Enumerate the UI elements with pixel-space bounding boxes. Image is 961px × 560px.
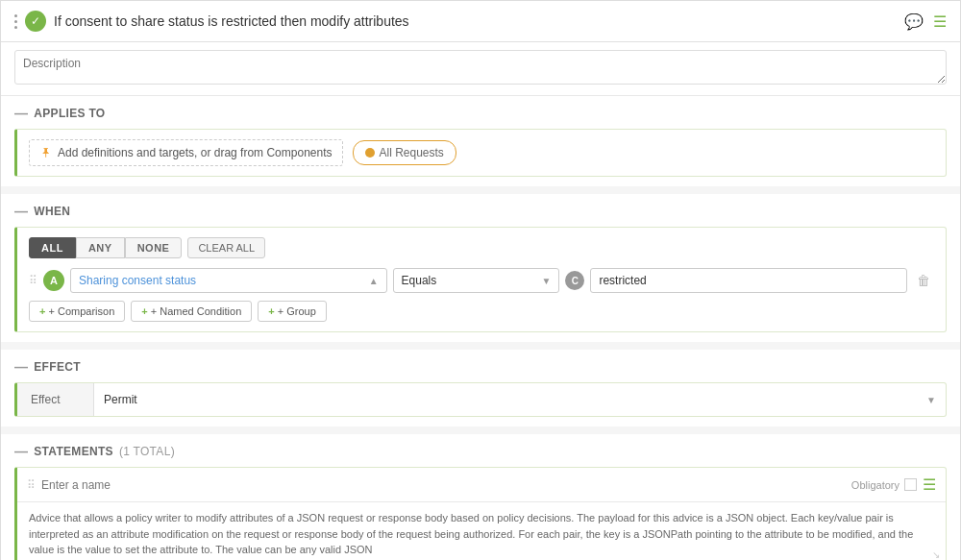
applies-to-box: 🖈 Add definitions and targets, or drag f… [14,129,947,177]
add-group-button[interactable]: + + Group [258,301,327,322]
statements-box: ⠿ Obligatory ☰ Advice that allows a poli… [14,467,947,560]
effect-value-dropdown[interactable]: Permit ▼ [94,385,946,414]
plus-icon: + [39,305,45,317]
condition-row: ⠿ A Sharing consent status ▲ Equals ▼ C … [29,268,934,293]
menu-icon[interactable]: ☰ [933,12,947,31]
add-named-condition-button[interactable]: + + Named Condition [131,301,252,322]
obligatory-control: Obligatory [851,478,917,491]
statement-menu-icon[interactable]: ☰ [923,475,936,494]
statement-drag-handle[interactable]: ⠿ [27,478,36,492]
collapse-effect[interactable]: — [14,359,28,375]
field-chevron: ▲ [369,276,379,286]
effect-label: Effect [17,383,94,416]
effect-row: Effect Permit ▼ [17,383,946,416]
drag-handle[interactable] [14,14,17,29]
collapse-statements[interactable]: — [14,444,28,459]
dot-icon [365,148,375,158]
description-area [1,42,960,96]
condition-drag-handle[interactable]: ⠿ [29,274,37,287]
when-logic-buttons: ALL ANY NONE CLEAR ALL [29,237,934,258]
obligatory-checkbox[interactable] [904,478,917,491]
any-button[interactable]: ANY [76,237,125,258]
header: ✓ If consent to share status is restrict… [1,1,960,42]
all-requests-button[interactable]: All Requests [353,140,456,165]
condition-value-letter: C [565,271,584,290]
resize-handle[interactable]: ↘ [932,548,940,561]
effect-box: Effect Permit ▼ [14,382,947,417]
page-title: If consent to share status is restricted… [54,13,897,29]
clear-all-button[interactable]: CLEAR ALL [187,237,265,258]
when-section: — When ALL ANY NONE CLEAR ALL ⠿ A Sharin… [1,194,960,342]
collapse-applies-to[interactable]: — [14,106,28,121]
effect-header: — Effect [14,359,947,375]
effect-chevron: ▼ [926,395,936,405]
plus-icon-2: + [141,305,147,317]
add-definitions-button[interactable]: 🖈 Add definitions and targets, or drag f… [29,139,343,166]
applies-to-section: — Applies to 🖈 Add definitions and targe… [1,96,960,186]
when-header: — When [14,204,947,219]
none-button[interactable]: NONE [125,237,183,258]
condition-delete-icon[interactable]: 🗑 [913,271,934,290]
comment-icon[interactable]: 💬 [904,12,924,31]
add-buttons: + + Comparison + + Named Condition + + G… [29,301,934,322]
statement-header-row: ⠿ Obligatory ☰ [17,468,946,502]
condition-field-dropdown[interactable]: Sharing consent status ▲ [70,268,387,293]
statement-name-input[interactable] [41,478,846,492]
add-comparison-button[interactable]: + + Comparison [29,301,125,322]
header-actions: 💬 ☰ [904,12,947,31]
operator-chevron: ▼ [541,276,551,286]
applies-to-header: — Applies to [14,106,947,121]
condition-operator-dropdown[interactable]: Equals ▼ [393,268,560,293]
status-check-icon: ✓ [25,11,46,32]
drag-icon: 🖈 [39,145,53,160]
plus-icon-3: + [268,305,274,317]
statement-description: Advice that allows a policy writer to mo… [17,502,946,560]
collapse-when[interactable]: — [14,204,28,219]
when-box: ALL ANY NONE CLEAR ALL ⠿ A Sharing conse… [14,227,947,332]
statements-section: — Statements (1 total) ⠿ Obligatory ☰ Ad… [1,434,960,560]
all-button[interactable]: ALL [29,237,76,258]
condition-letter-a: A [43,270,64,291]
description-input[interactable] [14,50,947,85]
statements-header: — Statements (1 total) [14,444,947,459]
effect-section: — Effect Effect Permit ▼ [1,350,960,426]
condition-value-input[interactable] [590,268,907,293]
